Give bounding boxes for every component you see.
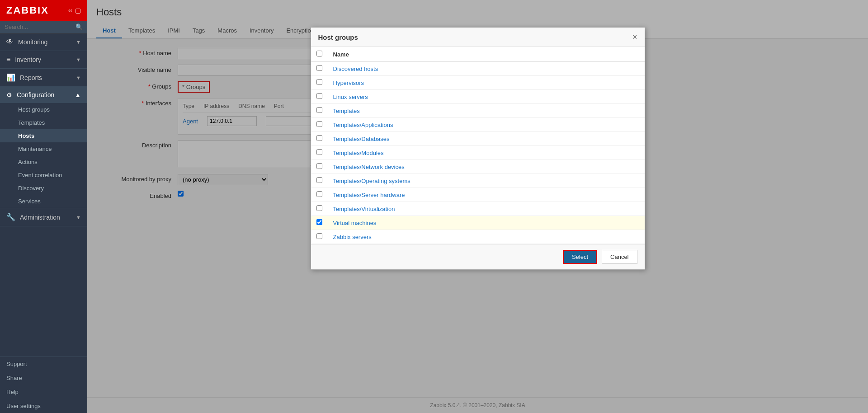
row-checkbox-cell[interactable]: [311, 160, 328, 174]
cancel-button[interactable]: Cancel: [602, 250, 637, 264]
sidebar-item-actions[interactable]: Actions: [0, 155, 87, 169]
row-checkbox[interactable]: [316, 191, 322, 197]
row-checkbox[interactable]: [316, 233, 322, 239]
row-name-cell: Hypervisors: [328, 76, 645, 90]
sidebar-item-share[interactable]: Share: [0, 371, 87, 385]
sidebar-logo: ZABBIX ‹‹ ▢: [0, 0, 87, 21]
table-row: Zabbix servers: [311, 230, 645, 244]
row-checkbox[interactable]: [316, 163, 322, 169]
eye-icon: 👁: [6, 38, 14, 46]
reports-icon: 📊: [6, 73, 15, 82]
group-name-link[interactable]: Templates/Modules: [333, 150, 384, 156]
sidebar-item-label-administration: Administration: [20, 214, 60, 221]
host-groups-table: Name Discovered hosts Hypervisors: [311, 47, 645, 244]
sidebar-item-reports[interactable]: 📊 Reports ▼: [0, 69, 87, 86]
sidebar: ZABBIX ‹‹ ▢ 🔍 👁 Monitoring ▼ ≡ Inventory…: [0, 0, 87, 413]
search-bar: 🔍: [0, 21, 87, 33]
row-name-cell: Templates/Operating systems: [328, 174, 645, 188]
layout-icon[interactable]: ▢: [75, 7, 81, 14]
inventory-icon: ≡: [6, 56, 10, 64]
group-name-link[interactable]: Templates/Applications: [333, 122, 393, 128]
group-name-link[interactable]: Linux servers: [333, 94, 368, 100]
row-name-cell: Templates: [328, 104, 645, 118]
sidebar-item-configuration[interactable]: ⚙ Configuration ▲: [0, 87, 87, 103]
search-input[interactable]: [5, 23, 74, 30]
sidebar-item-user-settings[interactable]: User settings: [0, 399, 87, 413]
select-all-checkbox[interactable]: [316, 51, 322, 56]
modal-body: Name Discovered hosts Hypervisors: [311, 47, 645, 244]
sidebar-item-support[interactable]: Support: [0, 357, 87, 371]
config-icon: ⚙: [6, 91, 12, 99]
chevron-monitoring: ▼: [76, 39, 81, 45]
sidebar-item-hosts[interactable]: Hosts: [0, 129, 87, 142]
row-checkbox-cell[interactable]: [311, 62, 328, 76]
row-checkbox[interactable]: [316, 65, 322, 71]
row-checkbox-cell[interactable]: [311, 146, 328, 160]
sidebar-item-label-monitoring: Monitoring: [18, 38, 47, 46]
row-checkbox-cell[interactable]: [311, 76, 328, 90]
row-name-cell: Templates/Server hardware: [328, 188, 645, 202]
row-checkbox-cell[interactable]: [311, 216, 328, 230]
group-name-link[interactable]: Templates/Network devices: [333, 164, 405, 170]
row-name-cell: Discovered hosts: [328, 62, 645, 76]
row-name-cell: Linux servers: [328, 90, 645, 104]
row-checkbox[interactable]: [316, 107, 322, 113]
nav-section-reports: 📊 Reports ▼: [0, 69, 87, 87]
chevron-reports: ▼: [76, 75, 81, 80]
row-checkbox-cell[interactable]: [311, 90, 328, 104]
nav-section-monitoring: 👁 Monitoring ▼: [0, 33, 87, 51]
row-checkbox-cell[interactable]: [311, 132, 328, 146]
sidebar-item-maintenance[interactable]: Maintenance: [0, 142, 87, 155]
row-checkbox[interactable]: [316, 79, 322, 85]
table-row: Templates/Server hardware: [311, 188, 645, 202]
search-icon: 🔍: [75, 23, 83, 30]
row-checkbox-cell[interactable]: [311, 104, 328, 118]
table-row: Templates/Modules: [311, 146, 645, 160]
row-checkbox[interactable]: [316, 93, 322, 99]
sidebar-item-discovery[interactable]: Discovery: [0, 182, 87, 195]
group-name-link[interactable]: Discovered hosts: [333, 66, 378, 72]
row-checkbox[interactable]: [316, 121, 322, 127]
chevron-inventory: ▼: [76, 57, 81, 62]
table-row: Templates/Applications: [311, 118, 645, 132]
sidebar-item-inventory[interactable]: ≡ Inventory ▼: [0, 51, 87, 68]
nav-section-administration: 🔧 Administration ▼: [0, 208, 87, 226]
group-name-link[interactable]: Templates/Databases: [333, 136, 390, 142]
nav-section-configuration: ⚙ Configuration ▲ Host groups Templates …: [0, 87, 87, 208]
row-checkbox[interactable]: [316, 219, 322, 225]
row-name-cell: Templates/Virtualization: [328, 202, 645, 216]
collapse-icon[interactable]: ‹‹: [68, 7, 72, 14]
group-name-link[interactable]: Templates/Server hardware: [333, 192, 405, 198]
sidebar-item-event-correlation[interactable]: Event correlation: [0, 169, 87, 182]
logo-icons: ‹‹ ▢: [68, 7, 81, 14]
row-checkbox[interactable]: [316, 177, 322, 183]
group-name-link[interactable]: Zabbix servers: [333, 234, 372, 240]
group-name-link[interactable]: Templates/Operating systems: [333, 178, 410, 184]
group-name-link[interactable]: Templates/Virtualization: [333, 206, 395, 212]
sidebar-item-host-groups[interactable]: Host groups: [0, 103, 87, 116]
group-name-link[interactable]: Virtual machines: [333, 220, 377, 226]
row-checkbox-cell[interactable]: [311, 118, 328, 132]
modal-footer: Select Cancel: [311, 244, 645, 269]
group-name-link[interactable]: Hypervisors: [333, 80, 364, 86]
modal-close-button[interactable]: ×: [632, 33, 637, 41]
sidebar-item-help[interactable]: Help: [0, 385, 87, 399]
main-content: Hosts Host Templates IPMI Tags Macros In…: [87, 0, 868, 413]
sidebar-item-label-inventory: Inventory: [15, 56, 41, 63]
sidebar-item-services[interactable]: Services: [0, 195, 87, 208]
nav-section-inventory: ≡ Inventory ▼: [0, 51, 87, 69]
group-name-link[interactable]: Templates: [333, 108, 360, 114]
row-checkbox-cell[interactable]: [311, 202, 328, 216]
row-checkbox[interactable]: [316, 135, 322, 141]
row-checkbox[interactable]: [316, 205, 322, 211]
table-row: Templates/Databases: [311, 132, 645, 146]
select-button[interactable]: Select: [563, 250, 597, 264]
row-checkbox[interactable]: [316, 149, 322, 155]
row-checkbox-cell[interactable]: [311, 174, 328, 188]
sidebar-item-administration[interactable]: 🔧 Administration ▼: [0, 208, 87, 226]
logo-text: ZABBIX: [6, 5, 49, 16]
row-checkbox-cell[interactable]: [311, 188, 328, 202]
row-checkbox-cell[interactable]: [311, 230, 328, 244]
sidebar-item-templates[interactable]: Templates: [0, 116, 87, 129]
sidebar-item-monitoring[interactable]: 👁 Monitoring ▼: [0, 33, 87, 51]
